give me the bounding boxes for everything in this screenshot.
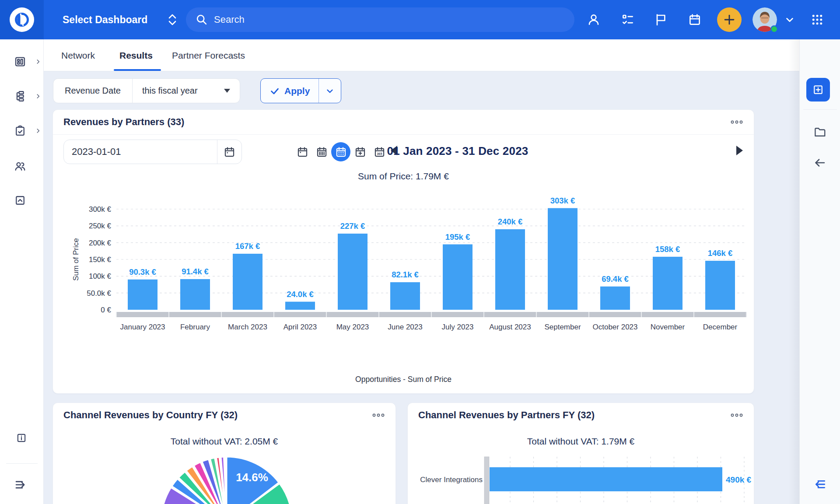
calendar-button[interactable] [685, 0, 704, 39]
next-period-button[interactable] [736, 146, 743, 155]
calendar-add-icon [354, 146, 366, 158]
contacts-button[interactable] [584, 0, 603, 39]
back-button[interactable] [810, 153, 830, 172]
date-picker [63, 140, 242, 164]
card-menu-button[interactable] [730, 119, 743, 125]
sidebar-expand-button[interactable] [0, 472, 44, 497]
date-range-label: 01 Jan 2023 - 31 Dec 2023 [387, 144, 528, 158]
person-icon [587, 13, 601, 27]
svg-text:July 2023: July 2023 [442, 323, 474, 331]
card-menu-button[interactable] [372, 413, 385, 418]
granularity-month-button[interactable] [331, 142, 350, 161]
dashboard-selector-label: Select Dashboard [63, 14, 147, 26]
country-pie-chart: 14.6% [148, 453, 305, 504]
dropdown-caret-icon [224, 89, 230, 93]
svg-text:167k €: 167k € [235, 242, 260, 251]
arrow-left-icon [813, 156, 826, 169]
sidebar-item-dashboards[interactable] [0, 49, 44, 74]
ellipsis-icon [730, 119, 743, 125]
add-panel-button[interactable] [806, 78, 830, 102]
campaigns-button[interactable] [651, 0, 670, 39]
revenues-by-partners-card: Revenues by Partners (33) [52, 109, 754, 394]
right-sidebar [799, 39, 840, 504]
svg-text:303k €: 303k € [550, 196, 575, 205]
folder-button[interactable] [810, 122, 830, 142]
partners-hbar-chart: Clever Integrations490k € [408, 451, 754, 504]
svg-text:195k €: 195k € [445, 232, 470, 242]
dashboard-selector[interactable]: Select Dashboard [63, 0, 177, 39]
date-input[interactable] [64, 146, 217, 158]
top-navigation-bar: Select Dashboard Search [0, 0, 840, 39]
calendar-icon [688, 13, 702, 27]
granularity-day-button[interactable] [293, 142, 312, 161]
sidebar-item-hierarchy[interactable] [0, 84, 44, 108]
svg-text:14.6%: 14.6% [236, 471, 268, 484]
logo-icon [10, 7, 34, 32]
sidebar-item-imports[interactable] [0, 188, 44, 213]
svg-text:250k €: 250k € [89, 222, 112, 230]
svg-text:June 2023: June 2023 [388, 323, 422, 331]
apps-grid-icon [811, 13, 824, 26]
chevron-down-icon [325, 86, 335, 96]
ellipsis-icon [730, 413, 743, 418]
svg-text:March 2023: March 2023 [228, 323, 267, 331]
clipboard-check-icon [14, 125, 26, 137]
granularity-year-button[interactable]: 365 [370, 142, 389, 161]
granularity-quarter-button[interactable] [350, 142, 370, 161]
svg-text:April 2023: April 2023 [284, 323, 317, 331]
box-chevron-up-icon [14, 194, 26, 206]
card-menu-button[interactable] [730, 413, 743, 418]
calendar-day-icon [297, 146, 308, 158]
calendar-365-icon: 365 [374, 146, 385, 158]
calendar-month-icon [335, 146, 347, 158]
card-title: Revenues by Partners (33) [63, 116, 184, 128]
quick-add-button[interactable] [717, 7, 742, 32]
svg-text:490k €: 490k € [726, 475, 752, 484]
svg-text:October 2023: October 2023 [592, 323, 637, 331]
revenue-bar-chart: 300k €250k €200k €150k €100k €50.0k €0 €… [53, 189, 754, 337]
tab-results[interactable]: Results [119, 39, 153, 71]
sidebar-item-info[interactable] [0, 426, 44, 450]
apply-button[interactable]: Apply [261, 79, 318, 103]
collapse-panel-button[interactable] [810, 475, 830, 494]
search-input[interactable]: Search [186, 7, 574, 32]
search-placeholder: Search [214, 14, 245, 25]
collapse-left-icon [813, 477, 827, 491]
chevron-right-icon [35, 59, 41, 65]
svg-text:91.4k €: 91.4k € [182, 267, 209, 276]
card-divider [53, 134, 754, 135]
apps-menu-button[interactable] [808, 0, 827, 39]
channel-revenues-country-card: Channel Revenues by Country FY (32) Tota… [52, 402, 396, 504]
tab-network[interactable]: Network [61, 39, 95, 71]
calendar-dot-icon [224, 146, 235, 158]
svg-text:November: November [651, 323, 685, 331]
calendar-week-icon [316, 146, 328, 158]
svg-text:69.4k €: 69.4k € [602, 274, 629, 284]
svg-text:158k €: 158k € [655, 245, 680, 254]
date-picker-calendar-button[interactable] [217, 140, 242, 164]
svg-text:December: December [703, 323, 738, 331]
sidebar-item-partners[interactable] [0, 154, 44, 178]
total-label: Total without VAT: 1.79M € [408, 436, 754, 447]
user-avatar[interactable] [752, 7, 777, 32]
filter-value-dropdown[interactable]: this fiscal year [133, 86, 240, 96]
ellipsis-icon [372, 413, 385, 418]
svg-text:50.0k €: 50.0k € [87, 289, 111, 298]
svg-text:Sum of Price: Sum of Price [72, 238, 80, 280]
profile-menu-chevron[interactable] [780, 0, 799, 39]
granularity-week-button[interactable] [312, 142, 331, 161]
chart-footer-label: Opportunities - Sum of Price [53, 375, 754, 384]
date-controls-row: 365 01 Jan 2023 - 31 Dec 2023 [53, 140, 754, 165]
apply-options-button[interactable] [319, 79, 341, 103]
chevron-down-icon [784, 14, 795, 25]
tab-partner-forecasts[interactable]: Partner Forecasts [172, 39, 245, 71]
left-sidebar [0, 39, 44, 504]
svg-text:January 2023: January 2023 [120, 323, 165, 331]
app-logo[interactable] [0, 0, 44, 39]
svg-text:Clever Integrations: Clever Integrations [420, 476, 483, 484]
sidebar-item-plans[interactable] [0, 119, 44, 143]
tasks-button[interactable] [618, 0, 637, 39]
svg-text:100k €: 100k € [89, 272, 112, 280]
svg-text:0 €: 0 € [101, 306, 111, 314]
info-icon [16, 432, 27, 444]
